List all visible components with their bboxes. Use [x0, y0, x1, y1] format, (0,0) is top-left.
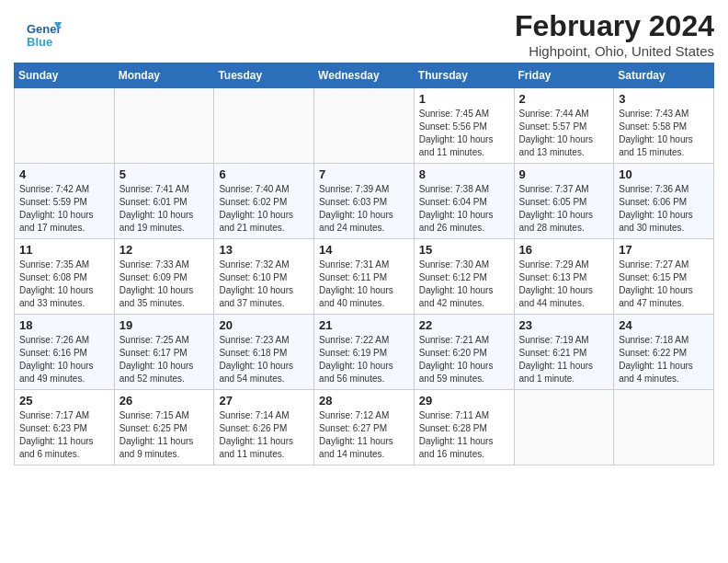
day-number: 23	[519, 318, 609, 332]
day-number: 3	[619, 92, 709, 106]
table-row: 13Sunrise: 7:32 AM Sunset: 6:10 PM Dayli…	[214, 239, 314, 315]
day-info: Sunrise: 7:26 AM Sunset: 6:16 PM Dayligh…	[19, 334, 109, 385]
table-row: 27Sunrise: 7:14 AM Sunset: 6:26 PM Dayli…	[214, 390, 314, 465]
day-info: Sunrise: 7:22 AM Sunset: 6:19 PM Dayligh…	[319, 334, 409, 385]
day-info: Sunrise: 7:11 AM Sunset: 6:28 PM Dayligh…	[419, 409, 509, 461]
svg-text:Blue: Blue	[27, 35, 52, 49]
table-row: 15Sunrise: 7:30 AM Sunset: 6:12 PM Dayli…	[414, 239, 514, 315]
day-number: 2	[519, 92, 609, 106]
day-number: 12	[119, 243, 210, 257]
table-row: 12Sunrise: 7:33 AM Sunset: 6:09 PM Dayli…	[114, 239, 214, 315]
calendar-week-row: 25Sunrise: 7:17 AM Sunset: 6:23 PM Dayli…	[15, 390, 714, 465]
day-info: Sunrise: 7:42 AM Sunset: 5:59 PM Dayligh…	[19, 183, 109, 235]
table-row	[314, 88, 415, 164]
day-number: 20	[219, 318, 309, 332]
table-row	[614, 390, 714, 465]
day-number: 15	[419, 243, 509, 257]
day-number: 7	[319, 167, 409, 181]
table-row: 10Sunrise: 7:36 AM Sunset: 6:06 PM Dayli…	[614, 164, 714, 239]
day-info: Sunrise: 7:43 AM Sunset: 5:58 PM Dayligh…	[619, 108, 709, 159]
day-number: 22	[419, 318, 509, 332]
day-info: Sunrise: 7:31 AM Sunset: 6:11 PM Dayligh…	[319, 259, 409, 310]
table-row: 28Sunrise: 7:12 AM Sunset: 6:27 PM Dayli…	[314, 390, 415, 465]
table-row: 2Sunrise: 7:44 AM Sunset: 5:57 PM Daylig…	[514, 88, 614, 164]
day-number: 6	[219, 167, 309, 181]
day-info: Sunrise: 7:23 AM Sunset: 6:18 PM Dayligh…	[219, 334, 309, 385]
day-info: Sunrise: 7:27 AM Sunset: 6:15 PM Dayligh…	[619, 259, 709, 310]
day-number: 13	[219, 243, 309, 257]
day-number: 26	[119, 394, 210, 408]
day-info: Sunrise: 7:17 AM Sunset: 6:23 PM Dayligh…	[19, 409, 109, 461]
day-number: 4	[19, 167, 109, 181]
day-info: Sunrise: 7:36 AM Sunset: 6:06 PM Dayligh…	[619, 183, 709, 235]
page-header: February 2024 Highpoint, Ohio, United St…	[14, 9, 714, 59]
table-row	[114, 88, 214, 164]
table-row	[214, 88, 314, 164]
day-number: 17	[619, 243, 709, 257]
weekday-header-row: Sunday Monday Tuesday Wednesday Thursday…	[15, 63, 714, 88]
calendar-table: Sunday Monday Tuesday Wednesday Thursday…	[14, 63, 714, 465]
table-row: 18Sunrise: 7:26 AM Sunset: 6:16 PM Dayli…	[15, 315, 115, 390]
day-number: 18	[19, 318, 109, 332]
day-info: Sunrise: 7:14 AM Sunset: 6:26 PM Dayligh…	[219, 409, 309, 461]
day-number: 29	[419, 394, 509, 408]
day-info: Sunrise: 7:41 AM Sunset: 6:01 PM Dayligh…	[119, 183, 210, 235]
day-info: Sunrise: 7:15 AM Sunset: 6:25 PM Dayligh…	[119, 409, 210, 461]
day-number: 5	[119, 167, 210, 181]
calendar-week-row: 11Sunrise: 7:35 AM Sunset: 6:08 PM Dayli…	[15, 239, 714, 315]
table-row: 7Sunrise: 7:39 AM Sunset: 6:03 PM Daylig…	[314, 164, 415, 239]
day-number: 14	[319, 243, 409, 257]
table-row: 5Sunrise: 7:41 AM Sunset: 6:01 PM Daylig…	[114, 164, 214, 239]
day-number: 10	[619, 167, 709, 181]
logo-icon: General Blue	[25, 17, 62, 53]
page-wrapper: General Blue February 2024 Highpoint, Oh…	[14, 9, 714, 465]
day-info: Sunrise: 7:37 AM Sunset: 6:05 PM Dayligh…	[519, 183, 609, 235]
day-number: 21	[319, 318, 409, 332]
table-row: 23Sunrise: 7:19 AM Sunset: 6:21 PM Dayli…	[514, 315, 614, 390]
day-info: Sunrise: 7:44 AM Sunset: 5:57 PM Dayligh…	[519, 108, 609, 159]
day-number: 8	[419, 167, 509, 181]
header-saturday: Saturday	[614, 63, 714, 88]
day-info: Sunrise: 7:19 AM Sunset: 6:21 PM Dayligh…	[519, 334, 609, 385]
table-row: 21Sunrise: 7:22 AM Sunset: 6:19 PM Dayli…	[314, 315, 415, 390]
day-info: Sunrise: 7:18 AM Sunset: 6:22 PM Dayligh…	[619, 334, 709, 385]
table-row	[514, 390, 614, 465]
page-subtitle: Highpoint, Ohio, United States	[124, 43, 714, 59]
calendar-week-row: 4Sunrise: 7:42 AM Sunset: 5:59 PM Daylig…	[15, 164, 714, 239]
header-tuesday: Tuesday	[214, 63, 314, 88]
day-number: 9	[519, 167, 609, 181]
day-number: 19	[119, 318, 210, 332]
day-info: Sunrise: 7:35 AM Sunset: 6:08 PM Dayligh…	[19, 259, 109, 310]
day-info: Sunrise: 7:45 AM Sunset: 5:56 PM Dayligh…	[419, 108, 509, 159]
header-thursday: Thursday	[414, 63, 514, 88]
header-friday: Friday	[514, 63, 614, 88]
day-info: Sunrise: 7:38 AM Sunset: 6:04 PM Dayligh…	[419, 183, 509, 235]
day-info: Sunrise: 7:30 AM Sunset: 6:12 PM Dayligh…	[419, 259, 509, 310]
day-number: 24	[619, 318, 709, 332]
table-row: 1Sunrise: 7:45 AM Sunset: 5:56 PM Daylig…	[414, 88, 514, 164]
header-monday: Monday	[114, 63, 214, 88]
table-row: 25Sunrise: 7:17 AM Sunset: 6:23 PM Dayli…	[15, 390, 115, 465]
table-row: 24Sunrise: 7:18 AM Sunset: 6:22 PM Dayli…	[614, 315, 714, 390]
day-info: Sunrise: 7:25 AM Sunset: 6:17 PM Dayligh…	[119, 334, 210, 385]
day-info: Sunrise: 7:29 AM Sunset: 6:13 PM Dayligh…	[519, 259, 609, 310]
table-row: 9Sunrise: 7:37 AM Sunset: 6:05 PM Daylig…	[514, 164, 614, 239]
day-info: Sunrise: 7:40 AM Sunset: 6:02 PM Dayligh…	[219, 183, 309, 235]
table-row: 4Sunrise: 7:42 AM Sunset: 5:59 PM Daylig…	[15, 164, 115, 239]
table-row: 26Sunrise: 7:15 AM Sunset: 6:25 PM Dayli…	[114, 390, 214, 465]
table-row: 17Sunrise: 7:27 AM Sunset: 6:15 PM Dayli…	[614, 239, 714, 315]
table-row: 22Sunrise: 7:21 AM Sunset: 6:20 PM Dayli…	[414, 315, 514, 390]
page-title: February 2024	[124, 9, 714, 43]
table-row: 16Sunrise: 7:29 AM Sunset: 6:13 PM Dayli…	[514, 239, 614, 315]
table-row: 19Sunrise: 7:25 AM Sunset: 6:17 PM Dayli…	[114, 315, 214, 390]
table-row: 14Sunrise: 7:31 AM Sunset: 6:11 PM Dayli…	[314, 239, 415, 315]
day-info: Sunrise: 7:21 AM Sunset: 6:20 PM Dayligh…	[419, 334, 509, 385]
calendar-week-row: 18Sunrise: 7:26 AM Sunset: 6:16 PM Dayli…	[15, 315, 714, 390]
table-row: 8Sunrise: 7:38 AM Sunset: 6:04 PM Daylig…	[414, 164, 514, 239]
day-number: 11	[19, 243, 109, 257]
header-sunday: Sunday	[15, 63, 115, 88]
day-number: 25	[19, 394, 109, 408]
table-row: 11Sunrise: 7:35 AM Sunset: 6:08 PM Dayli…	[15, 239, 115, 315]
day-number: 27	[219, 394, 309, 408]
day-number: 28	[319, 394, 409, 408]
